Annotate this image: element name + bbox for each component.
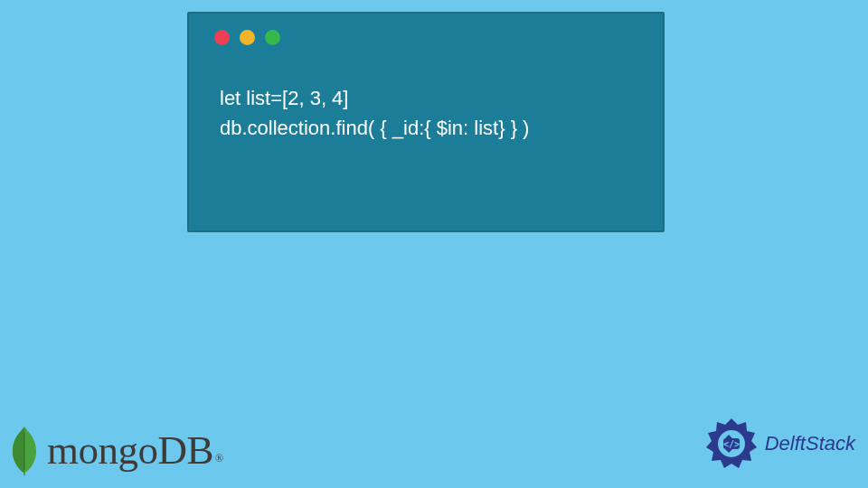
window-traffic-lights <box>189 14 663 45</box>
code-content: let list=[2, 3, 4] db.collection.find( {… <box>189 45 663 143</box>
close-icon <box>214 30 230 45</box>
maximize-icon <box>265 30 280 45</box>
delftstack-logo: < > </> DelftStack <box>703 416 855 472</box>
code-window: let list=[2, 3, 4] db.collection.find( {… <box>187 12 665 232</box>
mongodb-text: mongoDB® <box>47 427 223 474</box>
mongodb-wordmark: mongoDB <box>47 427 213 473</box>
mongodb-logo: mongoDB® <box>5 425 223 475</box>
delftstack-text: DelftStack <box>765 432 855 455</box>
svg-text:</>: </> <box>723 439 740 449</box>
code-line-2: db.collection.find( { _id:{ $in: list} }… <box>220 113 663 143</box>
registered-mark: ® <box>215 452 223 465</box>
code-line-1: let list=[2, 3, 4] <box>220 83 663 113</box>
mongodb-leaf-icon <box>5 425 43 475</box>
delftstack-badge-icon: < > </> <box>703 416 760 472</box>
minimize-icon <box>240 30 255 45</box>
